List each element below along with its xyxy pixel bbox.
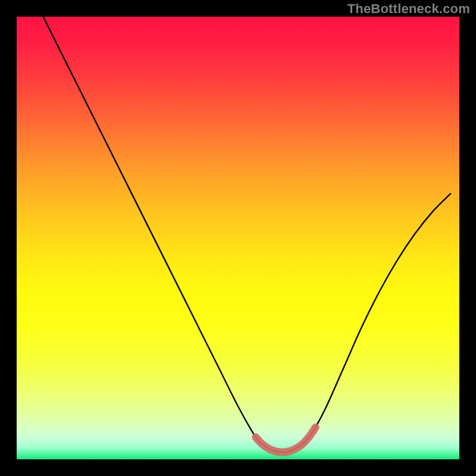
v-curve <box>43 17 450 452</box>
watermark-text: TheBottleneck.com <box>347 1 470 17</box>
chart-svg <box>17 17 459 459</box>
accent-valley <box>256 427 315 452</box>
chart-frame: TheBottleneck.com <box>0 0 476 476</box>
plot-area <box>17 17 459 459</box>
